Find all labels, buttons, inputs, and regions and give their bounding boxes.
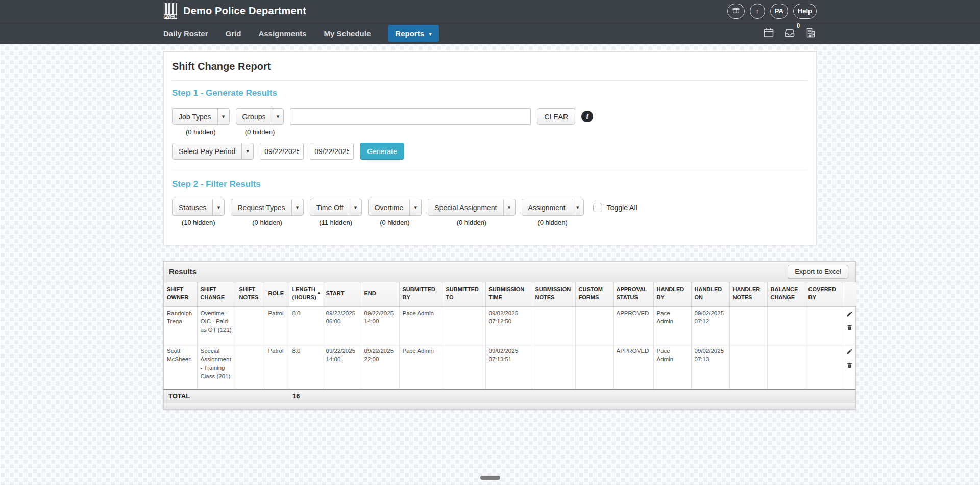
export-to-excel-button[interactable]: Export to Excel <box>788 265 848 279</box>
results-table: SHIFT OWNER SHIFT CHANGE SHIFT NOTES ROL… <box>164 282 856 389</box>
cell-submission-notes <box>532 344 575 389</box>
upload-button[interactable]: ↑ <box>750 4 765 19</box>
col-handled-on[interactable]: HANDLED ON <box>691 282 729 306</box>
col-shift-owner[interactable]: SHIFT OWNER <box>164 282 197 306</box>
cell-start: 09/22/2025 14:00 <box>323 344 361 389</box>
cell-shift-owner: Randolph Trega <box>164 306 197 344</box>
col-role[interactable]: ROLE <box>265 282 289 306</box>
nav-reports[interactable]: Reports ▾ <box>388 25 439 42</box>
col-shift-notes[interactable]: SHIFT NOTES <box>236 282 265 306</box>
trash-icon[interactable] <box>846 324 854 334</box>
step2-heading: Step 2 - Filter Results <box>172 179 808 189</box>
cell-shift-owner: Scott McSheen <box>164 344 197 389</box>
cell-covered-by <box>805 306 843 344</box>
results-header-bar: Results Export to Excel <box>164 262 855 282</box>
cell-balance-change <box>767 306 805 344</box>
assignment-hidden-count: (0 hidden) <box>537 219 568 226</box>
edit-icon[interactable] <box>846 348 854 358</box>
toggle-all-checkbox[interactable] <box>593 203 602 212</box>
user-avatar[interactable]: PA <box>770 4 788 19</box>
col-handled-by[interactable]: HANDLED BY <box>653 282 691 306</box>
total-row: TOTAL 16 <box>164 389 855 403</box>
job-types-dropdown[interactable]: Job Types ▾ <box>172 108 230 125</box>
chevron-down-icon: ▾ <box>272 109 283 124</box>
time-off-dropdown[interactable]: Time Off ▾ <box>310 199 362 216</box>
groups-dropdown[interactable]: Groups ▾ <box>236 108 284 125</box>
page-title: Shift Change Report <box>172 61 808 72</box>
special-assignment-label: Special Assignment <box>428 199 503 215</box>
chevron-down-icon: ▾ <box>409 199 421 215</box>
trash-icon[interactable] <box>846 362 854 371</box>
job-types-label: Job Types <box>173 109 217 124</box>
col-custom-forms[interactable]: CUSTOM FORMS <box>575 282 613 306</box>
cell-handled-on: 09/02/2025 07:13 <box>691 344 729 389</box>
inbox-button[interactable]: 0 <box>783 27 796 41</box>
inbox-badge: 0 <box>797 22 800 29</box>
scroll-handle[interactable] <box>480 476 500 480</box>
help-button[interactable]: Help <box>793 4 817 19</box>
col-end[interactable]: END <box>361 282 399 306</box>
statuses-dropdown[interactable]: Statuses ▾ <box>172 199 225 216</box>
clear-button[interactable]: CLEAR <box>537 108 575 125</box>
organization-button[interactable] <box>804 27 817 41</box>
overtime-dropdown[interactable]: Overtime ▾ <box>368 199 422 216</box>
assignment-label: Assignment <box>522 199 572 215</box>
col-shift-change[interactable]: SHIFT CHANGE <box>197 282 236 306</box>
cell-approval-status: APPROVED <box>613 344 653 389</box>
generate-button[interactable]: Generate <box>360 143 404 160</box>
pay-period-label: Select Pay Period <box>173 143 241 159</box>
up-arrow-icon: ↑ <box>755 7 759 15</box>
step2-filters: Statuses ▾ (10 hidden) Request Types ▾ (… <box>172 199 808 226</box>
pay-period-dropdown[interactable]: Select Pay Period ▾ <box>172 143 254 160</box>
groups-label: Groups <box>236 109 272 124</box>
edit-icon[interactable] <box>846 311 854 320</box>
col-approval-status[interactable]: APPROVAL STATUS <box>613 282 653 306</box>
assignment-dropdown[interactable]: Assignment ▾ <box>522 199 584 216</box>
cell-covered-by <box>805 344 843 389</box>
info-icon[interactable]: i <box>581 111 593 122</box>
col-submission-time[interactable]: SUBMISSION TIME <box>485 282 532 306</box>
chevron-down-icon: ▾ <box>350 199 361 215</box>
cell-end: 09/22/2025 14:00 <box>361 306 399 344</box>
col-length-hours[interactable]: LENGTH (HOURS)▲ <box>289 282 323 306</box>
table-row: Scott McSheen Special Assignment - Train… <box>164 344 856 389</box>
request-types-dropdown[interactable]: Request Types ▾ <box>231 199 303 216</box>
groups-hidden-count: (0 hidden) <box>245 128 275 136</box>
chevron-down-icon: ▾ <box>217 109 229 124</box>
cell-custom-forms <box>575 344 613 389</box>
nav-grid[interactable]: Grid <box>226 29 241 38</box>
employee-search-input[interactable] <box>290 108 531 125</box>
top-actions: ↑ PA Help <box>727 4 817 19</box>
time-off-label: Time Off <box>310 199 350 215</box>
col-submission-notes[interactable]: SUBMISSION NOTES <box>532 282 575 306</box>
row-actions <box>843 306 856 344</box>
agency-name: Demo Police Department <box>183 5 306 17</box>
cell-handler-notes <box>729 344 767 389</box>
cell-role: Patrol <box>265 306 289 344</box>
step1-row1: Job Types ▾ (0 hidden) Groups ▾ (0 hidde… <box>172 108 808 136</box>
start-date-field[interactable] <box>260 143 304 160</box>
special-assignment-dropdown[interactable]: Special Assignment ▾ <box>428 199 515 216</box>
cell-role: Patrol <box>265 344 289 389</box>
col-balance-change[interactable]: BALANCE CHANGE <box>767 282 805 306</box>
cell-submitted-by: Pace Admin <box>399 306 443 344</box>
nav-assignments[interactable]: Assignments <box>258 29 306 38</box>
whats-new-button[interactable] <box>727 4 745 19</box>
shift-change-report-page: { "header": { "logo_text": "PACE", "bran… <box>0 0 980 485</box>
end-date-field[interactable] <box>310 143 354 160</box>
overtime-hidden-count: (0 hidden) <box>380 219 410 226</box>
row-actions <box>843 344 856 389</box>
special-assignment-hidden-count: (0 hidden) <box>457 219 487 226</box>
overtime-label: Overtime <box>369 199 410 215</box>
col-submitted-to[interactable]: SUBMITTED TO <box>443 282 485 306</box>
nav-my-schedule[interactable]: My Schedule <box>324 29 371 38</box>
results-footer-strip <box>164 403 855 409</box>
nav-daily-roster[interactable]: Daily Roster <box>163 29 208 38</box>
col-covered-by[interactable]: COVERED BY <box>805 282 843 306</box>
col-submitted-by[interactable]: SUBMITTED BY <box>399 282 443 306</box>
chevron-down-icon: ▾ <box>241 143 253 159</box>
col-handler-notes[interactable]: HANDLER NOTES <box>729 282 767 306</box>
chevron-down-icon: ▾ <box>291 199 303 215</box>
col-start[interactable]: START <box>323 282 361 306</box>
calendar-button[interactable] <box>763 27 775 41</box>
